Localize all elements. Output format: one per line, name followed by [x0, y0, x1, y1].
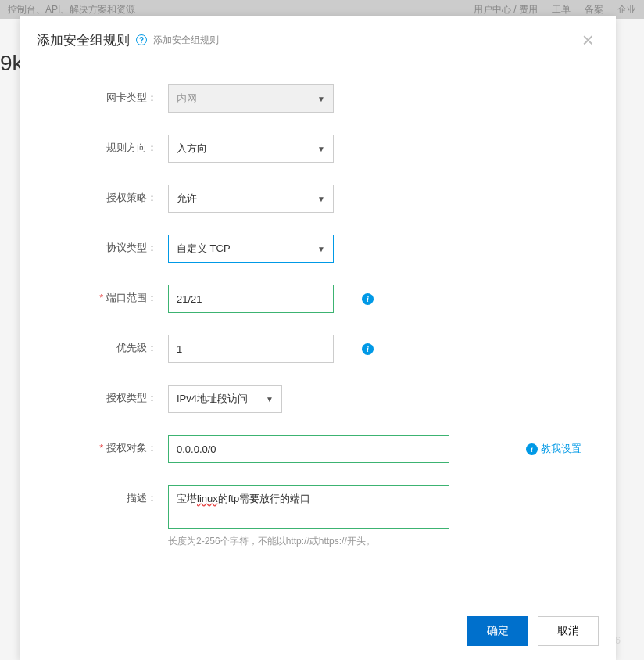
bg-nav-item: 用户中心 / 费用 — [474, 3, 538, 16]
cancel-button[interactable]: 取消 — [538, 616, 599, 646]
row-protocol: 协议类型： 自定义 TCP ▼ — [43, 235, 592, 263]
modal-subtitle: 添加安全组规则 — [153, 34, 219, 47]
chevron-down-icon: ▼ — [266, 395, 274, 404]
input-priority[interactable] — [168, 335, 334, 363]
label-auth-object: 授权对象： — [43, 435, 168, 455]
select-value: 入方向 — [177, 142, 207, 156]
select-auth-type[interactable]: IPv4地址段访问 ▼ — [168, 385, 282, 413]
help-icon[interactable]: ? — [136, 34, 147, 45]
row-direction: 规则方向： 入方向 ▼ — [43, 135, 592, 163]
select-value: 自定义 TCP — [177, 242, 231, 256]
modal-body: 网卡类型： 内网 ▼ 规则方向： 入方向 ▼ 授权策略： 允许 — [20, 61, 616, 548]
row-port: 端口范围： i — [43, 285, 592, 313]
desc-part3: 的ftp需要放行的端口 — [218, 493, 310, 504]
desc-part1: 宝塔 — [177, 493, 197, 504]
label-description: 描述： — [43, 485, 168, 505]
chevron-down-icon: ▼ — [317, 195, 325, 203]
textarea-description[interactable]: 宝塔linux的ftp需要放行的端口 — [168, 485, 449, 529]
modal-title: 添加安全组规则 — [37, 31, 130, 49]
row-auth-type: 授权类型： IPv4地址段访问 ▼ — [43, 385, 592, 413]
help-link-teach-me[interactable]: i 教我设置 — [526, 442, 581, 456]
info-icon[interactable]: i — [362, 293, 374, 305]
bg-nav-item: 备案 — [585, 3, 603, 16]
bg-nav-right: 用户中心 / 费用 工单 备案 企业 — [474, 3, 636, 16]
modal-dialog: 添加安全组规则 ? 添加安全组规则 × 网卡类型： 内网 ▼ 规则方向： 入方向… — [20, 16, 616, 660]
select-value: IPv4地址段访问 — [177, 392, 248, 406]
info-icon[interactable]: i — [362, 343, 374, 355]
close-icon[interactable]: × — [582, 30, 599, 50]
select-direction[interactable]: 入方向 ▼ — [168, 135, 334, 163]
label-port: 端口范围： — [43, 285, 168, 305]
label-auth-type: 授权类型： — [43, 385, 168, 405]
row-auth-object: 授权对象： i 教我设置 — [43, 435, 592, 463]
row-policy: 授权策略： 允许 ▼ — [43, 185, 592, 213]
info-icon: i — [526, 443, 538, 455]
row-description: 描述： 宝塔linux的ftp需要放行的端口 长度为2-256个字符，不能以ht… — [43, 485, 592, 548]
chevron-down-icon: ▼ — [317, 245, 325, 253]
bg-nav-item: 工单 — [552, 3, 571, 16]
select-value: 允许 — [177, 192, 197, 206]
ok-button[interactable]: 确定 — [467, 616, 528, 646]
bg-nav-left: 控制台、API、解决方案和资源 — [8, 3, 135, 16]
input-auth-object[interactable] — [168, 435, 449, 463]
modal-header: 添加安全组规则 ? 添加安全组规则 × — [20, 16, 616, 61]
input-port[interactable] — [168, 285, 334, 313]
bg-nav-item: 企业 — [617, 3, 636, 16]
label-direction: 规则方向： — [43, 135, 168, 155]
select-policy[interactable]: 允许 ▼ — [168, 185, 334, 213]
label-priority: 优先级： — [43, 335, 168, 355]
label-nic-type: 网卡类型： — [43, 84, 168, 105]
label-policy: 授权策略： — [43, 185, 168, 205]
row-priority: 优先级： i — [43, 335, 592, 363]
help-link-text: 教我设置 — [541, 442, 581, 456]
select-nic-type: 内网 ▼ — [168, 84, 334, 113]
chevron-down-icon: ▼ — [317, 95, 325, 103]
select-protocol[interactable]: 自定义 TCP ▼ — [168, 235, 334, 263]
chevron-down-icon: ▼ — [317, 145, 325, 153]
modal-footer: 确定 取消 — [467, 616, 599, 646]
label-protocol: 协议类型： — [43, 235, 168, 255]
select-value: 内网 — [177, 91, 197, 106]
description-hint: 长度为2-256个字符，不能以http://或https://开头。 — [168, 535, 449, 548]
row-nic-type: 网卡类型： 内网 ▼ — [43, 84, 592, 113]
desc-part-underlined: linux — [197, 493, 218, 504]
